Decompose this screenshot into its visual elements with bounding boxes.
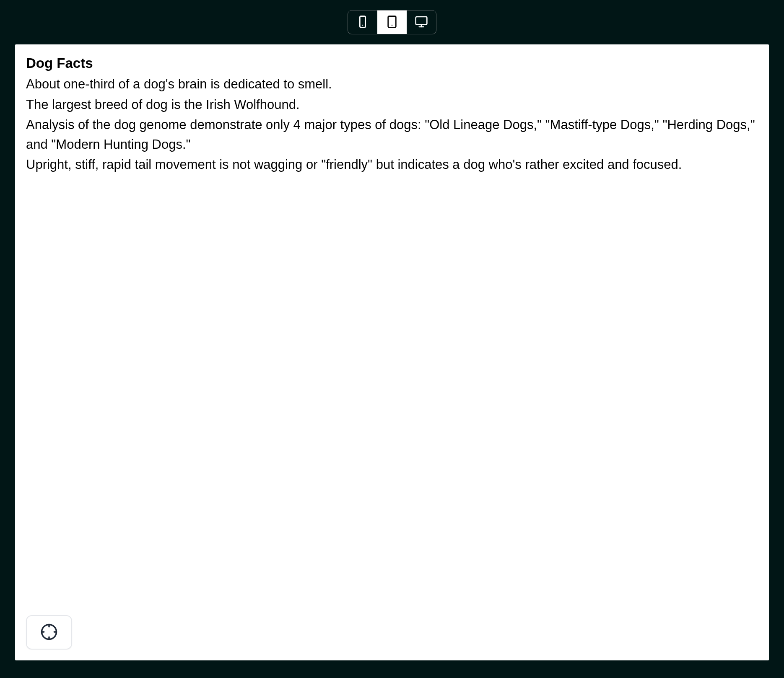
fact-item: Upright, stiff, rapid tail movement is n… <box>26 155 758 175</box>
crosshair-icon <box>40 623 58 642</box>
fact-item: Analysis of the dog genome demonstrate o… <box>26 115 758 154</box>
viewport-toolbar <box>0 0 784 44</box>
viewport-desktop-button[interactable] <box>407 10 436 34</box>
viewport-mobile-button[interactable] <box>348 10 377 34</box>
svg-rect-4 <box>416 17 427 25</box>
svg-rect-0 <box>360 16 365 27</box>
tablet-icon <box>385 15 399 30</box>
fact-item: About one-third of a dog's brain is dedi… <box>26 75 758 94</box>
fact-item: The largest breed of dog is the Irish Wo… <box>26 95 758 115</box>
monitor-icon <box>415 15 428 30</box>
page-title: Dog Facts <box>26 55 758 71</box>
svg-rect-2 <box>388 16 396 27</box>
smartphone-icon <box>356 15 369 30</box>
locate-button[interactable] <box>26 615 72 650</box>
content-panel: Dog Facts About one-third of a dog's bra… <box>15 44 769 660</box>
viewport-tablet-button[interactable] <box>377 10 407 34</box>
viewport-group <box>348 10 436 34</box>
